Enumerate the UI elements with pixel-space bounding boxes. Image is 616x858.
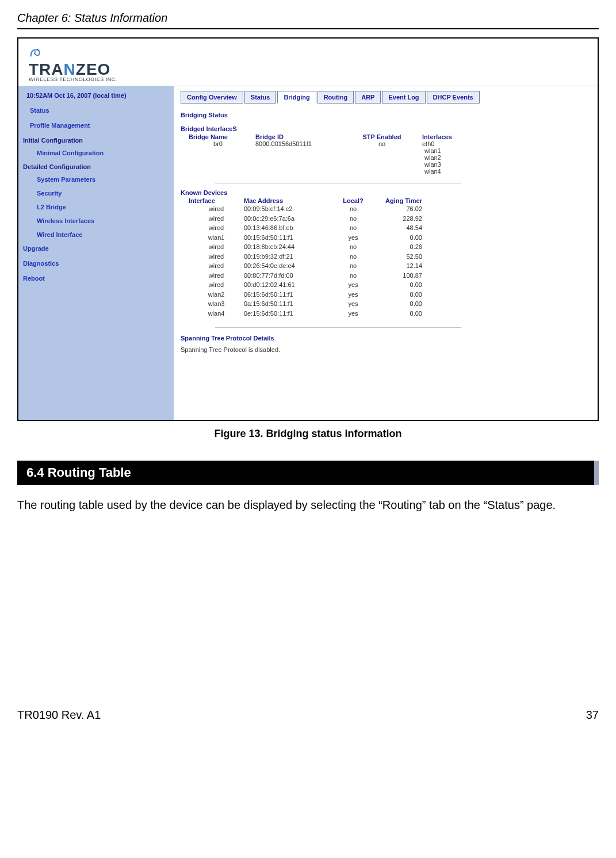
stp-text: Spanning Tree Protocol is disabled. bbox=[181, 346, 591, 353]
device-iface: wlan4 bbox=[181, 309, 244, 319]
device-row: wired00:80:77:7d:fd:00no100.87 bbox=[181, 271, 591, 281]
device-iface: wired bbox=[181, 280, 244, 290]
device-row: wired00:13:46:86:bf:ebno48.54 bbox=[181, 223, 591, 233]
device-aging: 228.92 bbox=[376, 214, 434, 224]
bridge-table: Bridge Name Bridge ID STP Enabled Interf… bbox=[181, 133, 591, 175]
device-aging: 100.87 bbox=[376, 271, 434, 281]
logo-subtext: WIRELESS TECHNOLOGIES INC. bbox=[29, 76, 587, 82]
sidebar-link-diagnostics[interactable]: Diagnostics bbox=[23, 260, 169, 267]
device-aging: 0.00 bbox=[376, 233, 434, 243]
device-local: no bbox=[330, 242, 376, 252]
device-local: no bbox=[330, 223, 376, 233]
sidebar: 10:52AM Oct 16, 2007 (local time) Status… bbox=[18, 86, 174, 420]
device-row: wired00:0c:29:e6:7a:6ano228.92 bbox=[181, 214, 591, 224]
divider-1 bbox=[215, 183, 461, 183]
device-local: no bbox=[330, 271, 376, 281]
bridged-interfaces-subhead: Bridged InterfaceS bbox=[181, 125, 591, 132]
device-mac: 00:19:b9:32:df:21 bbox=[244, 252, 330, 262]
bridge-table-header: Bridge Name Bridge ID STP Enabled Interf… bbox=[181, 133, 591, 140]
tab-dhcp-events[interactable]: DHCP Events bbox=[427, 91, 480, 104]
tab-event-log[interactable]: Event Log bbox=[382, 91, 425, 104]
device-aging: 0.00 bbox=[376, 309, 434, 319]
device-iface: wlan2 bbox=[181, 290, 244, 300]
device-aging: 76.02 bbox=[376, 204, 434, 214]
tab-status[interactable]: Status bbox=[244, 91, 277, 104]
col-mac: Mac Address bbox=[244, 197, 330, 204]
col-bridge-name: Bridge Name bbox=[181, 133, 255, 140]
sidebar-sublink-minimal-config[interactable]: Minimal Configuration bbox=[23, 150, 169, 156]
footer-left: TR0190 Rev. A1 bbox=[17, 708, 101, 722]
device-local: yes bbox=[330, 280, 376, 290]
devices-table: Interface Mac Address Local? Aging Timer… bbox=[181, 197, 591, 318]
col-bridge-id: Bridge ID bbox=[255, 133, 347, 140]
tab-arp[interactable]: ARP bbox=[355, 91, 381, 104]
device-mac: 00:26:54:0e:de:e4 bbox=[244, 261, 330, 271]
sidebar-sublink-security[interactable]: Security bbox=[23, 190, 169, 197]
device-local: yes bbox=[330, 309, 376, 319]
sidebar-sublink-wireless-interfaces[interactable]: Wireless Interfaces bbox=[23, 217, 169, 224]
known-devices-title: Known Devices bbox=[181, 189, 591, 196]
tab-config-overview[interactable]: Config Overview bbox=[181, 91, 243, 104]
device-local: no bbox=[330, 214, 376, 224]
device-aging: 52.50 bbox=[376, 252, 434, 262]
device-row: wlan206:15:6d:50:11:f1yes0.00 bbox=[181, 290, 591, 300]
bridge-stp-value: no bbox=[347, 140, 416, 147]
device-mac: 00:d0:12:02:41:61 bbox=[244, 280, 330, 290]
device-aging: 0.00 bbox=[376, 280, 434, 290]
device-mac: 06:15:6d:50:11:f1 bbox=[244, 290, 330, 300]
section-header-bar: 6.4 Routing Table bbox=[17, 461, 599, 485]
bridge-id-value: 8000.00156d5011f1 bbox=[255, 140, 347, 147]
sidebar-sublink-l2-bridge[interactable]: L2 Bridge bbox=[23, 204, 169, 210]
body-paragraph: The routing table used by the device can… bbox=[17, 497, 599, 513]
footer-right: 37 bbox=[586, 708, 599, 722]
bridge-row: br0 8000.00156d5011f1 no eth0 bbox=[181, 140, 591, 147]
header-rule bbox=[17, 28, 599, 29]
device-row: wlan100:15:6d:50:11:f1yes0.00 bbox=[181, 233, 591, 243]
device-aging: 48.54 bbox=[376, 223, 434, 233]
device-row: wired00:19:b9:32:df:21no52.50 bbox=[181, 252, 591, 262]
device-iface: wlan3 bbox=[181, 299, 244, 309]
sidebar-link-status[interactable]: Status bbox=[23, 107, 169, 114]
device-local: yes bbox=[330, 233, 376, 243]
col-interface: Interface bbox=[181, 197, 244, 204]
col-stp-enabled: STP Enabled bbox=[347, 133, 416, 140]
device-row: wired00:18:8b:cb:24:44no0.26 bbox=[181, 242, 591, 252]
logo bbox=[29, 47, 587, 60]
divider-2 bbox=[215, 327, 461, 328]
device-row: wired00:26:54:0e:de:e4no12.14 bbox=[181, 261, 591, 271]
device-mac: 00:80:77:7d:fd:00 bbox=[244, 271, 330, 281]
sidebar-time: 10:52AM Oct 16, 2007 (local time) bbox=[23, 92, 169, 99]
bridge-ifc-value-4: wlan4 bbox=[181, 168, 591, 175]
logo-text: TRANZEO bbox=[29, 60, 110, 78]
device-row: wlan30a:15:6d:50:11:f1yes0.00 bbox=[181, 299, 591, 309]
content-area: Config Overview Status Bridging Routing … bbox=[174, 86, 598, 420]
device-iface: wired bbox=[181, 214, 244, 224]
device-aging: 0.00 bbox=[376, 299, 434, 309]
tab-routing[interactable]: Routing bbox=[317, 91, 354, 104]
sidebar-link-reboot[interactable]: Reboot bbox=[23, 275, 169, 282]
logo-swirl-icon bbox=[29, 47, 41, 59]
sidebar-sublink-system-parameters[interactable]: System Parameters bbox=[23, 176, 169, 183]
bridge-name-value: br0 bbox=[181, 140, 255, 147]
col-local: Local? bbox=[330, 197, 376, 204]
device-local: no bbox=[330, 261, 376, 271]
sidebar-sublink-wired-interface[interactable]: Wired Interface bbox=[23, 231, 169, 238]
device-row: wired00:09:5b:cf:14:c2no76.02 bbox=[181, 204, 591, 214]
device-iface: wired bbox=[181, 252, 244, 262]
device-iface: wlan1 bbox=[181, 233, 244, 243]
device-iface: wired bbox=[181, 271, 244, 281]
figure-caption: Figure 13. Bridging status information bbox=[17, 428, 599, 440]
device-mac: 00:09:5b:cf:14:c2 bbox=[244, 204, 330, 214]
app-body: 10:52AM Oct 16, 2007 (local time) Status… bbox=[18, 86, 598, 420]
sidebar-link-profile-management[interactable]: Profile Management bbox=[23, 122, 169, 129]
tab-bridging[interactable]: Bridging bbox=[277, 91, 316, 104]
bridge-ifc-value-3: wlan3 bbox=[181, 161, 591, 168]
device-local: yes bbox=[330, 299, 376, 309]
device-mac: 00:15:6d:50:11:f1 bbox=[244, 233, 330, 243]
sidebar-section-detailed: Detailed Configuration bbox=[23, 163, 169, 170]
sidebar-link-upgrade[interactable]: Upgrade bbox=[23, 245, 169, 252]
device-mac: 00:0c:29:e6:7a:6a bbox=[244, 214, 330, 224]
device-local: no bbox=[330, 204, 376, 214]
device-aging: 12.14 bbox=[376, 261, 434, 271]
col-aging: Aging Timer bbox=[376, 197, 434, 204]
